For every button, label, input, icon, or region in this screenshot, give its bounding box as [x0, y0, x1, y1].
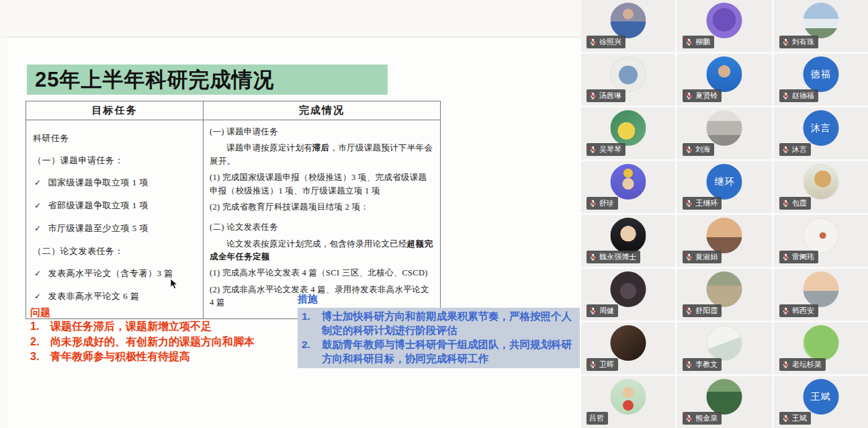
problems-list: 1.课题任务滞后，课题新增立项不足2.尚未形成好的、有创新力的课题方向和脚本3.…	[30, 319, 299, 365]
item-text: 课题任务滞后，课题新增立项不足	[50, 319, 212, 335]
mic-muted-icon	[685, 415, 693, 422]
participant-tile[interactable]: 李教文	[677, 323, 771, 374]
participant-name-tag: 王斌	[779, 412, 811, 425]
participant-name-tag: 吴琴琴	[587, 143, 625, 156]
item-number: 2.	[30, 335, 50, 350]
participant-tile[interactable]: 熊金泉	[677, 376, 771, 428]
avatar: 继环	[707, 164, 742, 200]
shared-screen-panel: 25年上半年科研完成情况 目标任务 完成情况 科研任务（一）课题申请任务：✓国家…	[0, 0, 581, 428]
participant-name-tag: 李教文	[683, 358, 722, 371]
measure-item: 2.鼓励青年教师与博士科研骨干组成团队，共同规划科研方向和科研目标，协同完成科研…	[302, 337, 576, 366]
item-number: 2.	[302, 337, 322, 366]
participant-tile[interactable]: 刘海	[677, 108, 771, 159]
participant-name: 雷阑玮	[792, 252, 814, 262]
table-header-row: 目标任务 完成情况	[26, 101, 440, 120]
mic-muted-icon	[782, 146, 789, 153]
participant-name-tag: 魏永强博士	[587, 251, 640, 263]
participant-tile[interactable]: 舒阳霞	[677, 269, 771, 320]
measure-item: 1.博士加快科研方向和前期成果积累节奏，严格按照个人制定的科研计划进行阶段评估	[302, 309, 576, 337]
table-status-cell: (一) 课题申请任务课题申请按原定计划有滞后，市厅级课题预计下半年会展开。(1)…	[204, 120, 440, 318]
mic-muted-icon	[589, 92, 597, 99]
participant-tile[interactable]: 柳鹏	[677, 0, 771, 52]
participant-tile[interactable]: 王斌王斌	[774, 376, 868, 428]
status-line: 论文发表按原定计划完成，包含待录用论文已经超额完成全年任务定额	[210, 238, 435, 264]
participant-name-tag: 舒阳霞	[683, 304, 722, 317]
table-body: 科研任务（一）课题申请任务：✓国家级课题争取立项 1 项✓省部级课题争取立项 1…	[26, 120, 440, 318]
avatar-initials: 德福	[811, 69, 831, 81]
item-text: 尚未形成好的、有创新力的课题方向和脚本	[50, 335, 255, 350]
check-icon: ✓	[34, 286, 42, 308]
participant-tile[interactable]: 魏永强博士	[581, 215, 675, 267]
participant-tile[interactable]: 韩西安	[774, 269, 868, 320]
participant-tile[interactable]: 老坛杉菜	[774, 323, 868, 374]
avatar	[803, 271, 838, 307]
table-header-status: 完成情况	[204, 101, 440, 120]
participant-tile[interactable]: 包霞	[774, 161, 868, 213]
participant-name-tag: 卫晖	[587, 358, 618, 371]
goal-text: 省部级课题争取立项 1 项	[48, 200, 149, 210]
avatar: 王斌	[803, 379, 838, 415]
participant-tile[interactable]: 德福赵德福	[774, 54, 868, 105]
status-text: (二) 论文发表任务	[210, 222, 278, 232]
participant-tile[interactable]: 继环王继环	[677, 161, 771, 213]
status-line: (1) 完成国家级课题申报（校级推送）3 项、完成省级课题申报（校级推送）1 项…	[210, 171, 435, 198]
participant-tile[interactable]: 舒珍	[581, 161, 675, 213]
participant-name: 王继环	[695, 198, 718, 208]
avatar-initials: 继环	[714, 176, 734, 188]
participant-tile[interactable]: 雷阑玮	[774, 215, 868, 267]
avatar	[803, 3, 838, 38]
avatar: 德福	[803, 56, 838, 92]
avatar-initials: 王斌	[811, 391, 831, 403]
participant-name: 刘海	[695, 144, 710, 155]
participant-tile[interactable]: 汤茜琳	[581, 54, 675, 105]
avatar	[611, 218, 646, 253]
participant-tile[interactable]: 吕哲	[581, 376, 675, 428]
avatar-initials: 沐言	[811, 122, 831, 134]
avatar	[611, 56, 646, 92]
mic-muted-icon	[782, 200, 789, 207]
avatar	[707, 110, 742, 146]
participant-tile[interactable]: 吴琴琴	[581, 108, 675, 159]
participant-tile[interactable]: 周健	[581, 269, 675, 320]
status-line: (二) 论文发表任务	[210, 221, 435, 234]
mic-muted-icon	[685, 38, 693, 46]
participant-name: 夏贤铃	[695, 91, 718, 101]
mouse-cursor-icon	[170, 278, 178, 293]
participant-grid: 徐照兴柳鹏刘有珠汤茜琳夏贤铃德福赵德福吴琴琴刘海沐言沐言舒珍继环王继环包霞魏永强…	[581, 0, 868, 428]
goal-text: （二）论文发表任务：	[33, 246, 124, 256]
avatar	[707, 325, 742, 361]
mic-muted-icon	[782, 307, 789, 314]
participant-name-tag: 周健	[587, 304, 618, 317]
status-text: 论文发表按原定计划完成，包含待录用论文已经	[226, 239, 407, 249]
participant-tile[interactable]: 徐照兴	[581, 0, 675, 52]
participant-name: 黄淑娟	[695, 252, 718, 262]
mic-muted-icon	[782, 38, 789, 46]
slide-title: 25年上半年科研完成情况	[27, 65, 388, 95]
participant-name-tag: 舒珍	[587, 197, 618, 210]
participant-name: 徐照兴	[599, 37, 621, 47]
mic-muted-icon	[685, 200, 693, 207]
participant-name-tag: 韩西安	[779, 304, 818, 317]
participant-tile[interactable]: 夏贤铃	[677, 54, 771, 105]
participant-name: 赵德福	[792, 91, 814, 101]
participant-name: 老坛杉菜	[792, 359, 822, 370]
participant-name: 吕哲	[589, 413, 604, 423]
participant-tile[interactable]: 刘有珠	[774, 0, 868, 52]
goal-line: ✓市厅级课题至少立项 5 项	[33, 217, 198, 240]
goal-line: （二）论文发表任务：	[33, 240, 198, 262]
goal-line: ✓省部级课题争取立项 1 项	[33, 194, 198, 217]
mic-muted-icon	[589, 307, 597, 314]
status-text: (一) 课题申请任务	[210, 127, 278, 136]
table-header-goals: 目标任务	[26, 101, 204, 120]
status-text: (1) 完成高水平论文发表 4 篇（SCI 三区、北核心、CSCD)	[210, 268, 428, 277]
avatar	[611, 379, 646, 415]
participant-tile[interactable]: 卫晖	[581, 323, 675, 374]
participant-tile[interactable]: 黄淑娟	[677, 215, 771, 267]
goal-text: 科研任务	[33, 133, 69, 143]
participant-tile[interactable]: 沐言沐言	[774, 108, 868, 159]
measures-list: 1.博士加快科研方向和前期成果积累节奏，严格按照个人制定的科研计划进行阶段评估2…	[298, 308, 580, 368]
avatar	[611, 110, 646, 146]
participant-name-tag: 徐照兴	[587, 36, 625, 48]
participant-name-tag: 沐言	[779, 143, 811, 156]
participant-name: 周健	[599, 306, 614, 316]
